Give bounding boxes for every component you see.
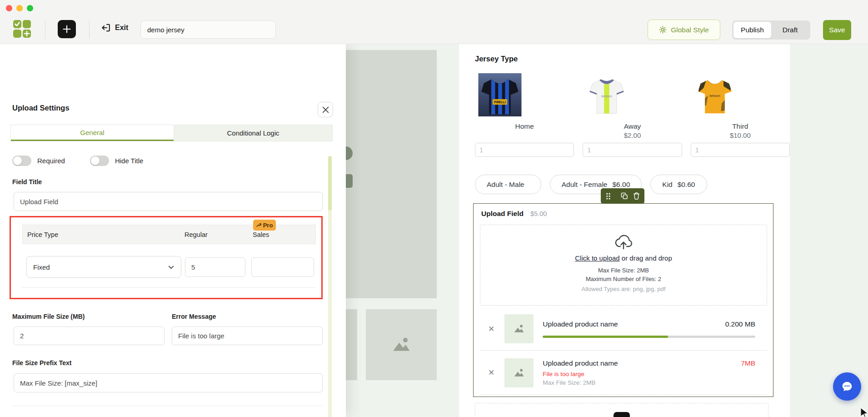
jersey-option-label: Away: [583, 122, 682, 131]
svg-text:betsson: betsson: [709, 94, 720, 97]
dropzone-max-files: Maximum Number of Files: 2: [586, 276, 661, 282]
upload-dropzone[interactable]: Click to upload or drag and drop Max Fil…: [480, 225, 767, 306]
tab-general[interactable]: General: [11, 125, 174, 141]
jersey-option-away: betsson Away $2.00: [583, 73, 682, 157]
price-type-select[interactable]: Fixed: [26, 256, 181, 278]
field-action-toolbar: [601, 188, 644, 204]
exit-button[interactable]: Exit: [101, 23, 128, 33]
price-type-value: Fixed: [33, 263, 50, 271]
hide-title-label: Hide Title: [115, 157, 144, 165]
chevron-down-icon: [168, 264, 175, 271]
trending-up-icon: [256, 223, 261, 228]
canvas-badge-shape: [346, 174, 353, 188]
jersey-image-third[interactable]: betsson: [691, 73, 739, 116]
exit-icon: [101, 23, 111, 33]
global-style-label: Global Style: [671, 26, 709, 34]
window-minimize-icon[interactable]: [16, 5, 23, 11]
file-thumbnail: [504, 358, 534, 387]
upload-field-header: Upload Field $5.00: [474, 204, 773, 221]
size-variations: Adult - Male Adult - Female $6.00 Kid $0…: [475, 175, 707, 194]
remove-file-icon[interactable]: ✕: [488, 324, 494, 334]
gear-icon: [659, 26, 667, 34]
plus-icon: [63, 25, 71, 33]
jersey-option-price: [475, 131, 574, 141]
variation-pill-kid[interactable]: Kid $0.60: [650, 175, 707, 194]
field-title-label: Field Title: [12, 178, 42, 186]
col-regular: Regular: [185, 231, 208, 238]
file-size: 0.200 MB: [725, 320, 755, 328]
app-logo-icon[interactable]: [13, 20, 31, 38]
file-info: Uploaded product name 7MB File is too la…: [543, 359, 755, 386]
remove-file-icon[interactable]: ✕: [488, 368, 494, 377]
sales-price-input[interactable]: [251, 257, 314, 277]
add-field-button[interactable]: [58, 20, 76, 38]
prefix-input[interactable]: [14, 373, 323, 392]
canvas-thumb-partial: [346, 309, 357, 380]
upload-field-card[interactable]: Upload Field $5.00 Click to upload or dr…: [473, 203, 773, 397]
jersey-image-home[interactable]: PIRELLI: [475, 73, 525, 116]
max-file-size-label: Maximum File Size (MB): [12, 313, 85, 320]
global-style-button[interactable]: Global Style: [648, 20, 720, 40]
modal-scrollbar[interactable]: [328, 156, 332, 417]
scrollbar-thumb[interactable]: [328, 156, 332, 211]
image-placeholder-icon: [512, 322, 526, 336]
field-title-input[interactable]: [14, 192, 323, 211]
duplicate-field-icon[interactable]: [621, 192, 628, 200]
jersey-option-price: $10.00: [691, 131, 790, 141]
next-field-swatch: [614, 412, 630, 417]
col-price-type: Price Type: [23, 231, 58, 238]
variation-pill-adult-male[interactable]: Adult - Male: [475, 175, 541, 194]
image-placeholder-icon: [512, 366, 526, 380]
jersey-qty-input-home[interactable]: [475, 143, 574, 157]
jersey-image-away[interactable]: betsson: [583, 73, 631, 116]
jersey-type-title: Jersey Type: [475, 55, 518, 63]
tab-conditional-logic[interactable]: Conditional Logic: [174, 125, 332, 141]
jersey-qty-input-third[interactable]: [691, 143, 790, 157]
uploaded-file-row: ✕ Uploaded product name 0.200 MB: [480, 307, 767, 351]
price-table-border: [22, 287, 316, 288]
chat-launcher-button[interactable]: [833, 372, 861, 401]
modal-close-button[interactable]: [318, 102, 333, 117]
hide-title-toggle[interactable]: [90, 156, 109, 166]
regular-price-input[interactable]: [185, 257, 245, 277]
file-name: Uploaded product name: [543, 359, 618, 367]
form-name-input[interactable]: [140, 20, 276, 39]
click-to-upload-link[interactable]: Click to upload: [575, 254, 619, 262]
variation-label: Adult - Male: [487, 181, 524, 189]
section-divider: [12, 406, 323, 406]
upload-progress-fill: [543, 336, 668, 338]
file-size-error: 7MB: [741, 359, 755, 367]
variation-label: Kid: [662, 181, 672, 189]
pro-badge-label: Pro: [263, 222, 273, 229]
file-info: Uploaded product name 0.200 MB: [543, 320, 755, 338]
upload-progress-bar: [543, 336, 755, 338]
window-zoom-icon[interactable]: [27, 5, 33, 11]
cloud-upload-icon: [613, 233, 634, 251]
form-preview-panel: Jersey Type: [459, 44, 790, 417]
modal-title: Upload Settings: [12, 104, 70, 112]
max-file-size-input[interactable]: [14, 327, 165, 345]
next-field-placeholder[interactable]: [475, 403, 768, 417]
image-placeholder-icon: [389, 332, 414, 357]
toggles-row: Required Hide Title: [12, 156, 143, 166]
publish-tab[interactable]: Publish: [733, 22, 771, 38]
required-label: Required: [37, 157, 65, 165]
variation-price: $6.00: [613, 181, 630, 189]
window-close-icon[interactable]: [6, 5, 12, 11]
drag-handle-icon[interactable]: [606, 193, 611, 200]
delete-field-icon[interactable]: [633, 192, 640, 200]
settings-tabs: General Conditional Logic: [10, 125, 333, 141]
uploaded-file-row-error: ✕ Uploaded product name 7MB File is too …: [480, 351, 767, 395]
toolbar-divider: [89, 20, 90, 39]
jersey-qty-input-away[interactable]: [583, 143, 682, 157]
draft-tab[interactable]: Draft: [771, 22, 809, 38]
required-toggle[interactable]: [12, 156, 31, 166]
file-error-message: File is too large: [543, 371, 755, 377]
window-controls[interactable]: [6, 5, 33, 11]
save-button[interactable]: Save: [823, 20, 851, 40]
publish-draft-segmented: Publish Draft: [732, 20, 810, 40]
svg-text:betsson: betsson: [602, 95, 613, 98]
file-thumbnail: [504, 314, 534, 343]
topbar: Exit Global Style Publish Draft Save: [0, 0, 868, 44]
size-error-input[interactable]: [172, 327, 323, 345]
